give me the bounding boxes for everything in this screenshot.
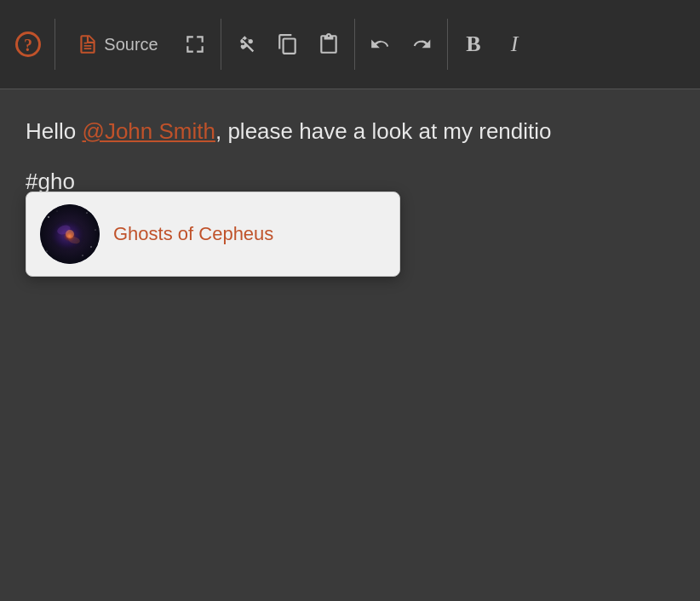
autocomplete-avatar: [40, 204, 100, 264]
toolbar-divider-4: [447, 19, 448, 70]
bold-button[interactable]: B: [455, 19, 492, 70]
paste-button[interactable]: [310, 19, 347, 70]
editor-text-line1: Hello @John Smith, please have a look at…: [26, 115, 674, 148]
source-icon: [77, 33, 99, 55]
cut-icon: [236, 33, 258, 55]
hashtag-text: #gho: [26, 169, 75, 194]
help-icon: ?: [15, 31, 41, 57]
redo-button[interactable]: [403, 19, 440, 70]
redo-icon: [410, 33, 433, 55]
cut-button[interactable]: [228, 19, 266, 70]
expand-icon: [184, 33, 206, 55]
paste-icon: [318, 33, 340, 55]
svg-point-12: [66, 230, 74, 238]
copy-icon: [277, 33, 299, 55]
text-before-mention: Hello: [26, 118, 82, 144]
autocomplete-item-name: Ghosts of Cepheus: [113, 223, 273, 245]
svg-point-3: [48, 216, 49, 218]
undo-button[interactable]: [362, 19, 399, 70]
svg-point-7: [82, 255, 83, 255]
editor-area[interactable]: Hello @John Smith, please have a look at…: [0, 89, 700, 601]
svg-point-5: [90, 246, 91, 247]
svg-point-9: [95, 230, 96, 231]
expand-button[interactable]: [176, 19, 214, 70]
toolbar-divider-1: [55, 19, 55, 70]
source-label: Source: [104, 35, 158, 54]
source-button[interactable]: Source: [62, 19, 173, 70]
toolbar: ? Source: [0, 0, 700, 89]
mention-link[interactable]: @John Smith: [82, 118, 215, 144]
editor-container: ? Source: [0, 0, 700, 601]
italic-button[interactable]: I: [496, 19, 533, 70]
text-after-mention: , please have a look at my renditio: [215, 118, 552, 144]
toolbar-divider-3: [354, 19, 355, 70]
copy-button[interactable]: [269, 19, 307, 70]
autocomplete-dropdown: Ghosts of Cepheus: [26, 192, 400, 277]
undo-icon: [370, 33, 392, 55]
toolbar-divider-2: [221, 19, 221, 70]
autocomplete-item[interactable]: Ghosts of Cepheus: [33, 199, 393, 269]
nebula-icon: [40, 204, 100, 264]
svg-point-8: [57, 211, 58, 212]
svg-point-6: [47, 251, 48, 252]
svg-point-4: [86, 212, 87, 213]
help-button[interactable]: ?: [9, 19, 48, 70]
